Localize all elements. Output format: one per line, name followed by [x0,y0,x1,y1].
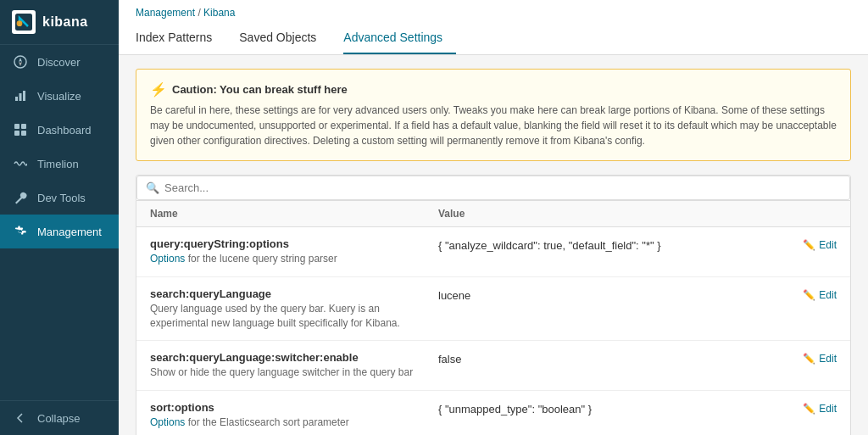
setting-desc: Options for the lucene query string pars… [150,252,425,266]
sidebar-logo[interactable]: kibana [0,0,119,45]
setting-value: { "analyze_wildcard": true, "default_fie… [438,237,789,252]
setting-desc: Query language used by the query bar. Ku… [150,302,425,331]
kibana-logo-text: kibana [42,14,88,30]
main-content: Management / Kibana Index Patterns Saved… [119,0,868,435]
sidebar-item-timelion[interactable]: Timelion [0,147,119,181]
compass-icon [12,53,29,70]
setting-value-col: lucene ✏️ Edit [438,287,837,302]
setting-value-col: { "analyze_wildcard": true, "default_fie… [438,237,837,252]
setting-value-col: { "unmapped_type": "boolean" } ✏️ Edit [438,401,837,415]
page-header: Management / Kibana Index Patterns Saved… [119,0,868,55]
setting-desc-text: for the lucene query string parser [185,253,337,265]
pencil-icon: ✏️ [803,239,815,251]
edit-label: Edit [819,403,837,415]
setting-name-col: sort:options Options for the Elasticsear… [150,401,438,430]
sidebar-item-management-label: Management [37,226,102,238]
sidebar-item-visualize-label: Visualize [37,90,81,103]
edit-label: Edit [819,239,837,251]
svg-point-1 [17,20,23,26]
svg-rect-6 [19,93,22,101]
lightning-icon: ⚡ [150,81,167,98]
tabs: Index Patterns Saved Objects Advanced Se… [136,22,851,54]
pencil-icon: ✏️ [803,353,815,365]
caution-text: Be careful in here, these settings are f… [150,103,837,148]
dashboard-icon [12,121,29,138]
pencil-icon: ✏️ [803,289,815,301]
caution-title-text: Caution: You can break stuff here [172,83,348,96]
search-input[interactable] [164,181,841,194]
tab-saved-objects[interactable]: Saved Objects [239,22,330,54]
setting-desc-text: Show or hide the query language switcher… [150,366,413,378]
svg-rect-7 [23,91,25,101]
edit-button[interactable]: ✏️ Edit [789,401,837,415]
svg-rect-5 [15,97,18,101]
sidebar-item-visualize[interactable]: Visualize [0,79,119,113]
col-value-header: Value [438,208,837,220]
setting-value: lucene [438,287,789,302]
edit-label: Edit [819,353,837,365]
chevron-left-icon [12,410,29,427]
table-row: query:queryString:options Options for th… [136,227,850,277]
search-container: 🔍 [136,176,850,200]
caution-box: ⚡ Caution: You can break stuff here Be c… [136,69,851,161]
svg-marker-3 [19,58,22,62]
setting-value: { "unmapped_type": "boolean" } [438,401,789,415]
sidebar-item-discover-label: Discover [37,56,81,69]
search-icon: 🔍 [146,181,159,194]
setting-name: search:queryLanguage [150,287,425,300]
gear-icon [12,223,29,240]
setting-name-col: search:queryLanguage Query language used… [150,287,438,331]
setting-name-col: query:queryString:options Options for th… [150,237,438,266]
setting-name: search:queryLanguage:switcher:enable [150,351,425,364]
pencil-icon: ✏️ [803,403,815,415]
setting-name-col: search:queryLanguage:switcher:enable Sho… [150,351,438,380]
table-row: sort:options Options for the Elasticsear… [136,391,850,435]
wrench-icon [12,189,29,206]
setting-desc-text: for the Elasticsearch sort parameter [185,416,348,428]
breadcrumb: Management / Kibana [136,0,851,19]
svg-marker-4 [19,62,22,66]
edit-button[interactable]: ✏️ Edit [789,287,837,301]
wave-icon [12,155,29,172]
setting-desc-text: Query language used by the query bar. Ku… [150,303,400,329]
table-row: search:queryLanguage:switcher:enable Sho… [136,341,850,391]
setting-name: sort:options [150,401,425,414]
sidebar-item-dashboard[interactable]: Dashboard [0,113,119,147]
setting-desc-link[interactable]: Options [150,416,185,428]
sidebar-item-discover[interactable]: Discover [0,45,119,79]
settings-table-header: Name Value [136,201,850,227]
kibana-logo-icon [12,10,36,34]
collapse-label: Collapse [37,412,81,425]
setting-value-col: false ✏️ Edit [438,351,837,365]
svg-rect-10 [14,131,19,136]
edit-button[interactable]: ✏️ Edit [789,351,837,365]
sidebar-item-devtools[interactable]: Dev Tools [0,181,119,215]
svg-rect-9 [21,124,26,129]
setting-desc: Options for the Elasticsearch sort param… [150,415,425,430]
sidebar-nav: Discover Visualize Dashboar [0,45,119,400]
sidebar: kibana Discover Visualize [0,0,119,435]
bar-chart-icon [12,87,29,104]
setting-desc-link[interactable]: Options [150,253,185,265]
setting-desc: Show or hide the query language switcher… [150,365,425,380]
sidebar-item-devtools-label: Dev Tools [37,192,86,204]
sidebar-item-timelion-label: Timelion [37,158,79,170]
sidebar-item-dashboard-label: Dashboard [37,124,92,137]
tab-advanced-settings[interactable]: Advanced Settings [343,22,456,54]
caution-title: ⚡ Caution: You can break stuff here [150,81,837,98]
settings-table: Name Value query:queryString:options Opt… [136,201,851,435]
breadcrumb-management[interactable]: Management [136,7,195,19]
svg-rect-8 [14,124,19,129]
edit-button[interactable]: ✏️ Edit [789,237,837,251]
edit-label: Edit [819,289,837,301]
breadcrumb-kibana[interactable]: Kibana [203,7,235,19]
col-name-header: Name [150,208,438,220]
collapse-button[interactable]: Collapse [0,400,119,435]
sidebar-item-management[interactable]: Management [0,215,119,248]
tab-index-patterns[interactable]: Index Patterns [136,22,225,54]
setting-value: false [438,351,789,365]
content-area: ⚡ Caution: You can break stuff here Be c… [119,55,868,435]
svg-rect-11 [21,131,26,136]
search-wrapper: 🔍 [136,175,851,201]
breadcrumb-separator: / [195,7,203,19]
